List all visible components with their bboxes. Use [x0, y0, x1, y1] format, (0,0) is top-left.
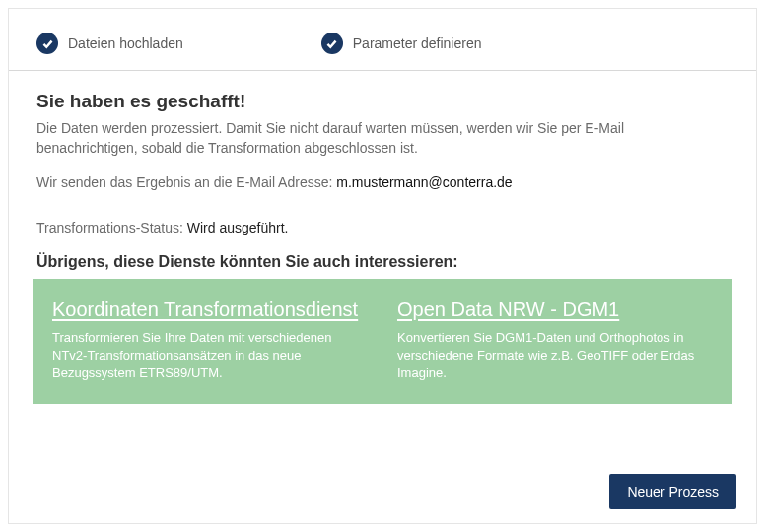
services-panel: Koordinaten Transformationsdienst Transf… [33, 279, 732, 405]
status-value: Wird ausgeführt. [187, 220, 289, 235]
wizard-panel: Dateien hochladen Parameter definieren S… [8, 8, 757, 524]
service-description: Transformieren Sie Ihre Daten mit versch… [52, 329, 368, 383]
service-card-koordinaten: Koordinaten Transformationsdienst Transf… [52, 297, 368, 383]
email-address: m.mustermann@conterra.de [336, 174, 512, 190]
services-heading: Übrigens, diese Dienste könnten Sie auch… [36, 253, 729, 271]
checkmark-icon [36, 33, 58, 54]
step-upload-files: Dateien hochladen [36, 33, 183, 54]
footer-actions: Neuer Prozess [609, 474, 736, 509]
service-description: Konvertieren Sie DGM1-Daten und Orthopho… [397, 329, 713, 383]
step-define-parameters: Parameter definieren [321, 33, 482, 54]
step-indicator: Dateien hochladen Parameter definieren [9, 9, 756, 71]
status-line: Transformations-Status: Wird ausgeführt. [36, 220, 729, 235]
step-label: Parameter definieren [353, 35, 482, 51]
new-process-button[interactable]: Neuer Prozess [609, 474, 736, 509]
service-card-opendata: Open Data NRW - DGM1 Konvertieren Sie DG… [397, 297, 713, 383]
service-link-opendata[interactable]: Open Data NRW - DGM1 [397, 297, 619, 323]
intro-text: Die Daten werden prozessiert. Damit Sie … [36, 118, 729, 159]
email-prefix: Wir senden das Ergebnis an die E-Mail Ad… [36, 174, 336, 190]
service-link-koordinaten[interactable]: Koordinaten Transformationsdienst [52, 297, 358, 323]
status-prefix: Transformations-Status: [36, 220, 187, 235]
email-line: Wir senden das Ergebnis an die E-Mail Ad… [36, 174, 729, 190]
checkmark-icon [321, 33, 343, 54]
content-area: Sie haben es geschafft! Die Daten werden… [9, 71, 756, 404]
step-label: Dateien hochladen [68, 35, 183, 51]
success-heading: Sie haben es geschafft! [36, 91, 729, 112]
